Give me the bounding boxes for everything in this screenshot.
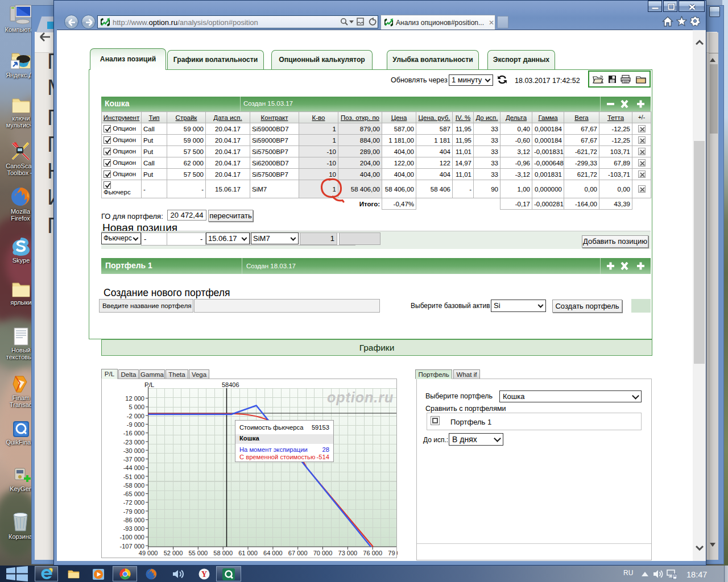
svg-text:Y: Y [201, 570, 207, 579]
